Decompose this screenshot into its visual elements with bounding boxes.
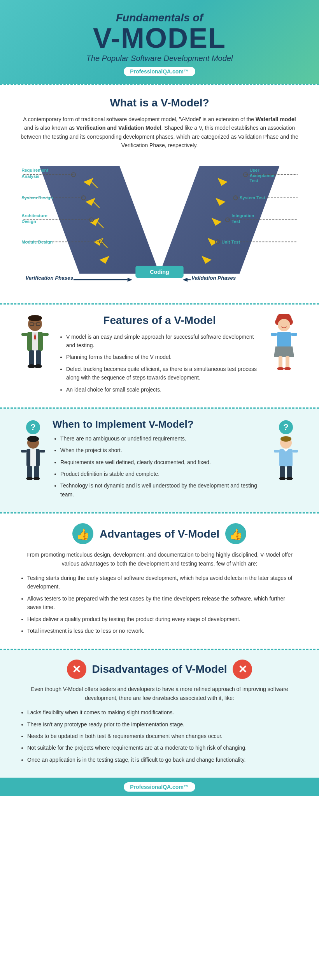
advantage-item-2: Allows testers to be prepared with the t… [27,594,300,612]
header-subtitle: The Popular Software Development Model [8,54,311,63]
features-section: Features of a V-Model V model is an easy… [0,305,319,407]
svg-text:👍: 👍 [229,528,243,541]
svg-rect-62 [36,350,41,366]
advantages-intro: From promoting meticulous design, develo… [19,550,300,568]
implement-section: ? When to Implement V-Model? There are n… [0,409,319,512]
svg-rect-77 [271,333,277,336]
svg-rect-61 [29,350,34,366]
svg-point-95 [279,477,286,480]
svg-rect-94 [287,466,292,478]
svg-rect-66 [42,333,49,336]
x-circle-right: ✕ [233,660,252,679]
svg-text:Integration: Integration [231,213,254,218]
advantages-list: Testing starts during the early stages o… [27,574,300,635]
svg-text:Architecture: Architecture [21,213,47,218]
svg-text:Test: Test [249,178,258,183]
svg-text:User: User [249,168,259,172]
question-circle-right: ? [279,420,293,434]
feature-item-3: Defect tracking becomes quite efficient,… [66,365,261,382]
svg-rect-74 [286,356,289,368]
footer: ProfessionalQA.com™ [0,778,319,796]
implement-item-5: Technology is not dynamic and is well un… [60,481,266,499]
svg-rect-65 [21,333,28,336]
implement-item-1: There are no ambiguous or undefined requ… [60,434,266,443]
svg-rect-87 [21,450,26,453]
person-left [19,314,51,376]
disadvantages-list: Lacks flexibility when it comes to makin… [27,708,300,764]
implement-list: There are no ambiguous or undefined requ… [60,434,266,499]
implement-item-2: When the project is short. [60,446,266,454]
svg-rect-84 [34,466,39,478]
feature-item-4: An ideal choice for small scale projects… [66,385,261,394]
svg-rect-71 [277,332,291,347]
svg-text:Verification Phases: Verification Phases [25,275,73,281]
disadvantage-item-2: There isn't any prototype ready prior to… [27,720,300,729]
feature-item-2: Planning forms the baseline of the V mod… [66,353,261,361]
vmodel-diagram: Coding Requirement Analysis System Desig… [19,156,300,288]
svg-text:System Test: System Test [240,195,265,200]
svg-rect-78 [291,333,297,336]
svg-point-76 [284,367,291,370]
disadvantages-header: ✕ Disadvantages of V-Model ✕ [19,660,300,679]
advantage-item-4: Total investment is less due to less or … [27,627,300,635]
svg-text:Coding: Coding [150,268,169,275]
svg-point-90 [280,436,291,442]
svg-point-64 [34,364,42,368]
svg-text:Acceptance: Acceptance [249,173,274,178]
svg-rect-83 [27,466,32,478]
footer-brand: ProfessionalQA.com™ [124,782,195,792]
advantages-header: 👍 Advantages of V-Model 👍 [19,523,300,545]
features-content: Features of a V-Model V model is an easy… [58,314,261,398]
disadvantage-item-1: Lacks flexibility when it comes to makin… [27,708,300,717]
svg-point-57 [28,315,42,321]
svg-text:Test: Test [231,219,240,224]
svg-rect-93 [280,466,285,478]
svg-text:Module Design: Module Design [21,239,53,244]
disadvantages-section: ✕ Disadvantages of V-Model ✕ Even though… [0,650,319,778]
advantages-section: 👍 Advantages of V-Model 👍 From promoting… [0,513,319,649]
svg-text:Design: Design [21,219,36,224]
implement-content: When to Implement V-Model? There are no … [53,418,266,503]
header: Fundamentals of V-MODEL The Popular Soft… [0,0,319,84]
header-brand: ProfessionalQA.com™ [124,67,195,76]
svg-rect-73 [279,356,282,368]
what-is-vmodel-section: What is a V-Model? A contemporary form o… [0,85,319,303]
disadvantages-intro: Even though V-Model offers testers and d… [19,685,300,702]
svg-rect-97 [274,450,279,453]
what-is-vmodel-title: What is a V-Model? [19,97,300,109]
svg-text:Requirement: Requirement [21,168,48,172]
svg-point-96 [286,477,293,480]
svg-point-75 [277,367,284,370]
svg-text:👍: 👍 [76,528,89,541]
what-is-vmodel-description: A contemporary form of traditional softw… [19,115,300,150]
svg-point-86 [33,477,40,480]
disadvantage-item-5: Once an application is in the testing st… [27,755,300,764]
disadvantages-title: Disadvantages of V-Model [92,663,227,675]
advantages-title: Advantages of V-Model [100,528,219,540]
svg-point-70 [278,319,290,331]
features-title: Features of a V-Model [58,314,261,327]
implement-item-4: Product definition is stable and complet… [60,470,266,478]
svg-text:Analysis: Analysis [21,174,39,178]
svg-text:Validation Phases: Validation Phases [191,275,236,281]
x-circle-left: ✕ [67,660,86,679]
implement-title: When to Implement V-Model? [53,418,266,430]
svg-marker-72 [274,346,294,357]
svg-point-85 [26,477,33,480]
svg-marker-52 [183,278,188,282]
svg-marker-49 [128,278,132,282]
advantage-item-3: Helps deliver a quality product by testi… [27,615,300,623]
disadvantage-item-3: Needs to be updated in both test & requi… [27,732,300,740]
svg-text:System Design: System Design [21,195,53,200]
svg-rect-82 [30,449,36,467]
svg-rect-98 [293,450,298,453]
implement-item-3: Requirements are well defined, clearly d… [60,458,266,467]
feature-item-1: V model is an easy and simple approach f… [66,332,261,350]
advantage-item-1: Testing starts during the early stages o… [27,574,300,591]
svg-rect-88 [40,450,45,453]
features-list: V model is an easy and simple approach f… [66,332,261,394]
header-title-large: V-MODEL [8,24,311,52]
svg-point-80 [27,436,39,442]
svg-text:Unit Test: Unit Test [221,239,240,244]
disadvantage-item-4: Not suitable for the projects where requ… [27,743,300,752]
